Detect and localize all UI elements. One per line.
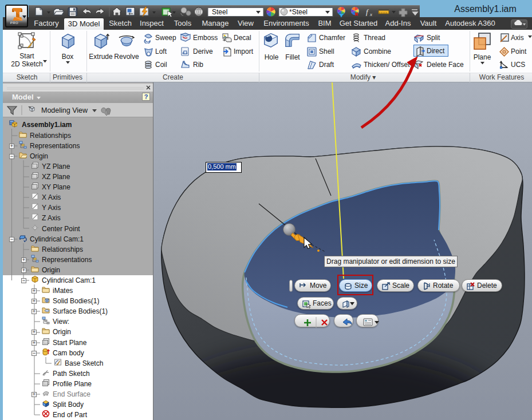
svg-text:Steel: Steel xyxy=(212,8,227,16)
svg-text:x: x xyxy=(369,11,372,17)
svg-text:Modeling View: Modeling View xyxy=(41,106,88,114)
svg-text:*Steel: *Steel xyxy=(289,8,308,16)
svg-text:f: f xyxy=(366,7,369,16)
